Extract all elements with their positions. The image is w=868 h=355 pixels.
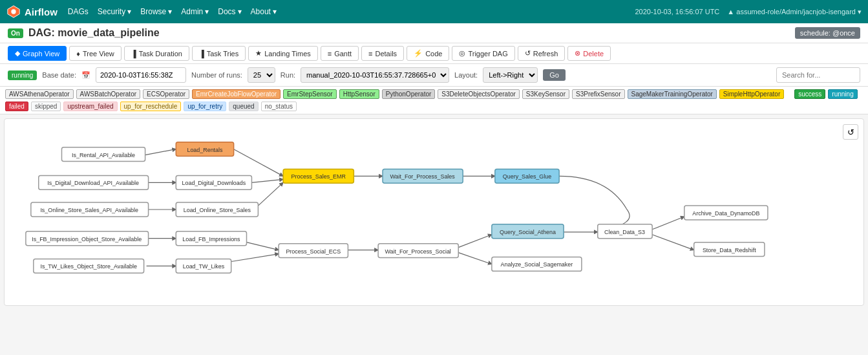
go-button[interactable]: Go: [543, 69, 566, 81]
nav-browse[interactable]: Browse ▾: [140, 7, 172, 16]
svg-line-17: [652, 235, 694, 250]
op-s3prefix[interactable]: S3PrefixSensor: [572, 89, 624, 99]
op-emrstep[interactable]: EmrStepSensor: [283, 89, 337, 99]
status-upstream[interactable]: upstream_failed: [63, 102, 117, 111]
running-badge: running: [8, 70, 37, 80]
graph-refresh-button[interactable]: ↺: [843, 124, 858, 140]
status-skipped[interactable]: skipped: [31, 102, 61, 111]
svg-text:Is_Digital_Download_API_Availa: Is_Digital_Download_API_Available: [47, 180, 139, 186]
svg-text:Analyze_Social_Sagemaker: Analyze_Social_Sagemaker: [501, 261, 573, 268]
dag-name: DAG: movie_data_pipeline: [28, 27, 160, 39]
svg-text:Process_Social_ECS: Process_Social_ECS: [286, 248, 341, 255]
svg-text:Wait_For_Process_Sales: Wait_For_Process_Sales: [390, 173, 455, 180]
op-emrcreate[interactable]: EmrCreateJobFlowOperator: [192, 89, 281, 99]
svg-text:Clean_Data_S3: Clean_Data_S3: [604, 229, 645, 235]
layout-label: Layout:: [454, 71, 478, 79]
controls-bar: running Base date: 📅 Number of runs: 25 …: [0, 64, 868, 87]
op-awsathena[interactable]: AWSAthenaOperator: [5, 89, 74, 99]
run-label: Run:: [281, 71, 295, 79]
nav-security[interactable]: Security ▾: [98, 7, 131, 16]
op-ecs[interactable]: ECSOperator: [143, 89, 189, 99]
svg-text:Load_Online_Store_Sales: Load_Online_Store_Sales: [184, 207, 251, 213]
tab-task-tries[interactable]: ▐ Task Tries: [192, 46, 246, 61]
svg-line-9: [258, 182, 283, 206]
nav-left: Airflow DAGs Security ▾ Browse ▾ Admin ▾…: [6, 5, 277, 19]
tab-landing-times[interactable]: ★ Landing Times: [248, 46, 318, 61]
op-python[interactable]: PythonOperator: [382, 89, 436, 99]
op-http[interactable]: HttpSensor: [339, 89, 379, 99]
svg-text:Load_TW_Likes: Load_TW_Likes: [183, 263, 225, 270]
status-queued[interactable]: queued: [229, 102, 258, 111]
tab-code[interactable]: ⚡ Code: [407, 46, 449, 61]
tab-bar: ◆ Graph View ♦ Tree View ▐ Task Duration…: [0, 43, 868, 64]
svg-text:Load_Digital_Downloads: Load_Digital_Downloads: [182, 180, 246, 186]
tab-trigger-dag[interactable]: ◎ Trigger DAG: [452, 46, 514, 61]
svg-text:Archive_Data_DynamoDB: Archive_Data_DynamoDB: [692, 210, 759, 217]
tab-task-duration[interactable]: ▐ Task Duration: [124, 46, 189, 61]
nav-items: DAGs Security ▾ Browse ▾ Admin ▾ Docs ▾ …: [68, 7, 277, 16]
tab-graph-view[interactable]: ◆ Graph View: [8, 46, 67, 61]
svg-line-3: [234, 149, 283, 177]
layout-select[interactable]: Left->Right: [483, 67, 538, 83]
sub-header: On DAG: movie_data_pipeline schedule: @o…: [0, 23, 868, 43]
svg-text:Is_TW_Likes_Object_Store_Avail: Is_TW_Likes_Object_Store_Available: [40, 263, 137, 270]
op-simplehttp[interactable]: SimpleHttpOperator: [719, 89, 784, 99]
base-date-label: Base date:: [42, 71, 76, 79]
operator-legend: AWSAthenaOperator AWSBatchOperator ECSOp…: [0, 87, 868, 114]
status-reschedule[interactable]: up_for_reschedule: [120, 102, 182, 111]
graph-area: ↺: [4, 118, 864, 306]
airflow-logo-icon: [6, 5, 21, 19]
svg-line-11: [247, 242, 279, 250]
svg-text:Process_Sales_EMR: Process_Sales_EMR: [291, 173, 346, 180]
schedule-badge: schedule: @once: [795, 27, 860, 39]
status-success[interactable]: success: [794, 89, 825, 99]
status-retry[interactable]: up_for_retry: [184, 102, 226, 111]
tab-delete[interactable]: ⊗ Delete: [567, 46, 611, 61]
search-input[interactable]: [776, 67, 860, 83]
user-info: ▲ assumed-role/Admin/jacnjob-isengard ▾: [727, 8, 862, 16]
svg-line-14: [458, 253, 492, 264]
dag-status-badge: On: [8, 28, 23, 38]
calendar-icon: 📅: [81, 71, 90, 80]
svg-text:Store_Data_Redshift: Store_Data_Redshift: [703, 247, 756, 253]
svg-point-1: [11, 9, 16, 14]
runs-label: Number of runs:: [191, 71, 242, 79]
logo[interactable]: Airflow: [6, 5, 58, 19]
op-sagemaker[interactable]: SageMakerTrainingOperator: [628, 89, 717, 99]
dag-graph-svg: Is_Rental_API_Available Load_Rentals Is_…: [5, 119, 863, 305]
tab-details[interactable]: ≡ Details: [361, 46, 404, 61]
base-date-input[interactable]: [96, 67, 186, 83]
svg-line-19: [231, 254, 279, 262]
datetime: 2020-10-03, 16:56:07 UTC: [635, 8, 719, 16]
tab-gantt[interactable]: ≡ Gantt: [321, 46, 359, 61]
top-nav: Airflow DAGs Security ▾ Browse ▾ Admin ▾…: [0, 0, 868, 23]
svg-text:Query_Social_Athena: Query_Social_Athena: [500, 229, 556, 235]
op-s3delete[interactable]: S3DeleteObjectsOperator: [438, 89, 520, 99]
op-awsbatch[interactable]: AWSBatchOperator: [76, 89, 140, 99]
logo-text: Airflow: [25, 6, 58, 17]
op-s3key[interactable]: S3KeySensor: [522, 89, 569, 99]
svg-line-13: [458, 235, 492, 248]
svg-line-2: [145, 149, 176, 155]
status-running[interactable]: running: [828, 89, 857, 99]
dag-title: On DAG: movie_data_pipeline: [8, 27, 160, 39]
nav-docs[interactable]: Docs ▾: [218, 7, 241, 16]
runs-select[interactable]: 25: [248, 67, 275, 83]
run-select[interactable]: manual_2020-10-03T16:55:37.728665+00:00: [301, 67, 449, 83]
nav-admin[interactable]: Admin ▾: [181, 7, 209, 16]
svg-text:Wait_For_Process_Social: Wait_For_Process_Social: [385, 248, 451, 255]
status-failed[interactable]: failed: [5, 102, 28, 111]
svg-line-16: [652, 217, 684, 230]
svg-text:Load_FB_Impressions: Load_FB_Impressions: [182, 236, 240, 242]
svg-text:Query_Sales_Glue: Query_Sales_Glue: [503, 173, 551, 180]
svg-text:Is_Rental_API_Available: Is_Rental_API_Available: [72, 152, 135, 158]
tab-tree-view[interactable]: ♦ Tree View: [69, 46, 122, 61]
nav-dags[interactable]: DAGs: [68, 7, 89, 16]
svg-line-5: [251, 179, 283, 182]
nav-about[interactable]: About ▾: [251, 7, 277, 16]
svg-text:Is_FB_Impression_Object_Store_: Is_FB_Impression_Object_Store_Available: [32, 236, 142, 242]
svg-text:Load_Rentals: Load_Rentals: [187, 147, 223, 153]
svg-text:Is_Online_Store_Sales_API_Avai: Is_Online_Store_Sales_API_Available: [40, 207, 138, 213]
status-nostatus[interactable]: no_status: [261, 102, 297, 111]
tab-refresh[interactable]: ↺ Refresh: [518, 46, 566, 61]
